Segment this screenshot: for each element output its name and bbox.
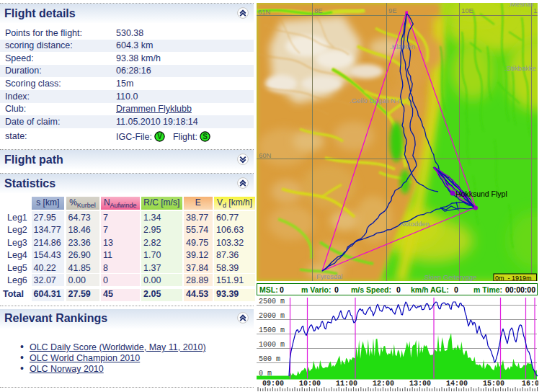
svg-text:S: S [203,133,208,141]
svg-text:12:00: 12:00 [373,380,394,388]
svg-text:.Skien Geiterygge: .Skien Geiterygge [422,273,477,281]
svg-text:2500 m: 2500 m [259,298,285,306]
svg-text:0m - 1919m: 0m - 1919m [495,275,532,282]
svg-text:14:00: 14:00 [446,380,468,388]
svg-text:.Notodden: .Notodden [398,220,430,228]
svg-text:.Stikbakke: .Stikbakke [504,64,536,72]
svg-text:16:0: 16:0 [522,380,538,388]
svg-text:8E: 8E [314,6,323,14]
svg-text:Hokksund Flypl: Hokksund Flypl [455,190,507,198]
svg-text:15:00: 15:00 [483,380,504,388]
svg-text:.Mesnali: .Mesnali [508,3,533,8]
svg-text:09:00: 09:00 [262,380,284,388]
svg-text:10:00: 10:00 [299,380,321,388]
svg-text:2000 m: 2000 m [259,312,285,320]
svg-text:500 m: 500 m [259,355,280,363]
svg-text:11E: 11E [533,6,538,14]
svg-text:0 m: 0 m [259,370,272,378]
svg-text:1500 m: 1500 m [259,326,285,334]
svg-text:13:00: 13:00 [409,380,431,388]
svg-text:Fyresdal: Fyresdal [316,272,342,280]
svg-text:60N: 60N [259,151,272,159]
svg-text:1000 m: 1000 m [259,341,285,349]
svg-text:.Geilo Dagali N·r: .Geilo Dagali N·r [350,97,400,104]
svg-text:10E: 10E [461,6,473,14]
svg-text:9E: 9E [388,6,397,14]
svg-text:61N: 61N [258,8,271,16]
svg-text:V: V [158,133,163,141]
svg-text:11:00: 11:00 [336,380,357,388]
